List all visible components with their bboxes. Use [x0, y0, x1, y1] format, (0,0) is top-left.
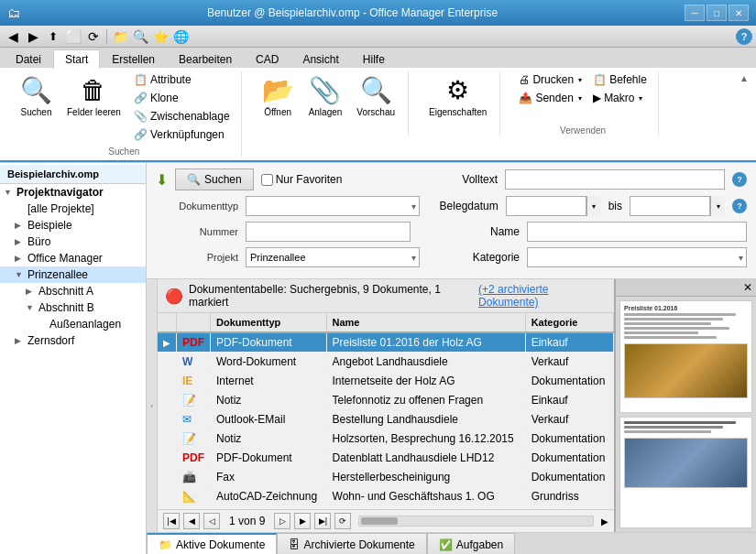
nur-favoriten-checkbox-label[interactable]: Nur Favoriten	[261, 173, 343, 186]
sidebar-item-alle-projekte[interactable]: [alle Projekte]	[0, 201, 146, 217]
belegdatum-help-icon[interactable]: ?	[732, 199, 747, 213]
minimize-button[interactable]: ─	[685, 5, 705, 21]
scroll-right[interactable]: ▶	[601, 516, 608, 527]
sidebar-item-buero[interactable]: ▶ Büro	[0, 234, 146, 250]
dokumenttyp-select[interactable]	[246, 196, 420, 216]
tab-bearbeiten[interactable]: Bearbeiten	[167, 49, 244, 68]
nummer-input[interactable]	[246, 222, 411, 242]
belegdatum-to-input[interactable]: 06.02.2016	[630, 196, 710, 216]
nav-folder-icon[interactable]: 📁	[111, 27, 129, 46]
nav-forward-icon[interactable]: ▶	[24, 27, 42, 46]
archived-link[interactable]: (+2 archivierte Dokumente)	[478, 283, 607, 309]
close-button[interactable]: ✕	[729, 5, 749, 21]
volltext-input[interactable]	[505, 169, 725, 190]
sidebar-item-abschnitt-a[interactable]: ▶ Abschnitt A	[0, 283, 146, 299]
row-marker-4	[158, 410, 177, 429]
tab-erstellen[interactable]: Erstellen	[100, 49, 167, 68]
sidebar-item-prinzenallee[interactable]: ▼ Prinzenallee	[0, 266, 146, 283]
open-button[interactable]: 📂 Öffnen	[257, 71, 300, 121]
drucken-button[interactable]: 🖨 Drucken ▾	[515, 71, 586, 88]
belegdatum-from-dropdown[interactable]: ▾	[586, 196, 601, 216]
senden-button[interactable]: 📤 Senden ▾	[515, 90, 586, 106]
sidebar-item-abschnitt-b[interactable]: ▼ Abschnitt B	[0, 299, 146, 316]
bottom-tabs: 📁 Aktive Dokumente 🗄 Archivierte Dokumen…	[147, 532, 756, 554]
table-row[interactable]: 📝 Notiz Holzsorten, Besprechung 16.12.20…	[158, 429, 614, 449]
table-row[interactable]: 📐 AutoCAD-Zeichnung Wohn- und Geschäftsh…	[158, 487, 614, 506]
tab-archivierte-dokumente[interactable]: 🗄 Archivierte Dokumente	[277, 533, 426, 554]
page-prev-button[interactable]: ◀	[183, 513, 200, 529]
belegdatum-from-input[interactable]: 02.01.2016	[506, 196, 586, 216]
table-row[interactable]: IE Internet Internetseite der Holz AG Do…	[158, 372, 614, 391]
nav-stop-icon[interactable]: ⬜	[64, 27, 82, 46]
page-next2-button[interactable]: ▶	[294, 513, 311, 529]
th-marker[interactable]	[158, 313, 177, 332]
collapse-handle-left[interactable]: ‹	[147, 279, 158, 532]
makro-arrow: ▾	[639, 94, 642, 103]
tab-cad[interactable]: CAD	[244, 49, 290, 68]
sidebar-item-zernsdorf[interactable]: ▶ Zernsdorf	[0, 332, 146, 349]
name-input[interactable]	[527, 222, 747, 242]
nur-favoriten-checkbox[interactable]	[261, 174, 273, 186]
table-row[interactable]: ✉ Outlook-EMail Bestellung Landhausdiele…	[158, 410, 614, 429]
ribbon-collapse[interactable]: ▲	[740, 71, 749, 83]
kategorie-select[interactable]	[527, 247, 747, 267]
page-prev2-button[interactable]: ◁	[203, 513, 220, 529]
th-kategorie[interactable]: Kategorie	[525, 313, 613, 332]
verwenden-group-label: Verwenden	[560, 124, 606, 136]
tab-ansicht[interactable]: Ansicht	[290, 49, 350, 68]
table-row[interactable]: ▶ PDF PDF-Dokument Preisliste 01.2016 de…	[158, 332, 614, 353]
tab-hilfe[interactable]: Hilfe	[351, 49, 397, 68]
pagination-scrollbar[interactable]	[358, 516, 594, 527]
clear-fields-button[interactable]: 🗑 Felder leeren	[61, 71, 126, 121]
nav-refresh-icon[interactable]: ⟳	[84, 27, 103, 46]
klone-button[interactable]: 🔗 Klone	[130, 90, 234, 106]
row-kategorie-4: Verkauf	[525, 410, 613, 429]
nav-star-icon[interactable]: ⭐	[151, 27, 170, 46]
expand-icon-abschnitt-b: ▼	[26, 303, 35, 312]
belegdatum-label: Belegdatum	[440, 200, 499, 212]
sidebar-item-beispiele[interactable]: ▶ Beispiele	[0, 217, 146, 234]
volltext-help-icon[interactable]: ?	[732, 172, 747, 187]
tab-datei[interactable]: Datei	[4, 49, 53, 68]
sidebar-item-office-manager[interactable]: ▶ Office Manager	[0, 250, 146, 266]
page-next-button[interactable]: ▷	[274, 513, 290, 529]
zwischenablage-button[interactable]: 📎 Zwischenablage	[130, 108, 234, 125]
table-row[interactable]: PDF PDF-Dokument Datenblatt Landhausdiel…	[158, 449, 614, 468]
vorschau-button[interactable]: 🔍 Vorschau	[351, 71, 400, 121]
sidebar-item-aussenanlagen[interactable]: Außenanlagen	[0, 316, 146, 332]
table-row[interactable]: 📝 Notiz Telefonnotiz zu offenen Fragen E…	[158, 391, 614, 410]
nav-back-icon[interactable]: ◀	[4, 27, 22, 46]
tab-aufgaben[interactable]: ✅ Aufgaben	[427, 533, 515, 554]
belegdatum-to-dropdown[interactable]: ▾	[710, 196, 725, 216]
table-row[interactable]: 📠 Fax Herstellerbescheinigung Dokumentat…	[158, 468, 614, 487]
help-circle[interactable]: ?	[736, 28, 752, 45]
th-icon[interactable]	[177, 313, 211, 332]
tab-start[interactable]: Start	[53, 49, 100, 69]
search-large-button[interactable]: 🔍 Suchen	[15, 71, 58, 121]
page-last-button[interactable]: ▶|	[314, 513, 331, 529]
befehle-button[interactable]: 📋 Befehle	[589, 71, 651, 88]
preview-close-icon[interactable]: ✕	[743, 281, 752, 294]
tab-aktive-dokumente[interactable]: 📁 Aktive Dokumente	[147, 533, 277, 554]
nav-search-icon[interactable]: 🔍	[131, 27, 149, 46]
anlagen-button[interactable]: 📎 Anlagen	[303, 71, 348, 121]
nav-help-icon[interactable]: ?	[736, 28, 752, 45]
page-refresh-button[interactable]: ⟳	[334, 513, 351, 529]
th-name[interactable]: Name	[326, 313, 525, 332]
attribute-button[interactable]: 📋 Attribute	[130, 71, 234, 88]
nav-up-icon[interactable]: ⬆	[44, 27, 62, 46]
nav-globe-icon[interactable]: 🌐	[171, 27, 190, 46]
makro-button[interactable]: ▶ Makro ▾	[589, 90, 651, 106]
th-dokumenttyp[interactable]: Dokumenttyp	[211, 313, 327, 332]
projekt-select[interactable]: Prinzenallee	[246, 247, 420, 267]
sidebar-item-projektnavigator[interactable]: ▼ Projektnavigator	[0, 184, 146, 201]
expand-icon-zernsdorf: ▶	[15, 336, 24, 345]
eigenschaften-label: Eigenschaften	[429, 107, 487, 117]
eigenschaften-button[interactable]: ⚙ Eigenschaften	[423, 71, 492, 121]
preview-doc-2-lines	[624, 421, 748, 434]
maximize-button[interactable]: □	[707, 5, 727, 21]
search-button[interactable]: 🔍 Suchen	[175, 168, 254, 190]
table-row[interactable]: W Word-Dokument Angebot Landhausdiele Ve…	[158, 353, 614, 372]
page-first-button[interactable]: |◀	[163, 513, 180, 529]
verknuepfungen-button[interactable]: 🔗 Verknüpfungen	[130, 126, 234, 143]
